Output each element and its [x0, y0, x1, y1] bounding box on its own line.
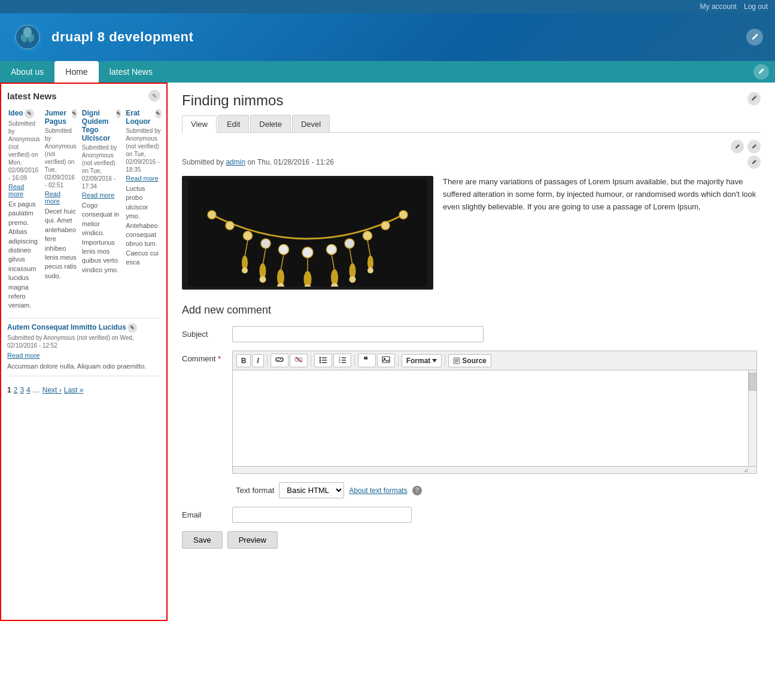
format-dropdown-button[interactable]: Format — [402, 354, 442, 367]
svg-point-33 — [349, 276, 356, 283]
nav-latest-news[interactable]: latest News — [99, 61, 163, 83]
read-more-4[interactable]: Read more — [126, 175, 158, 182]
news-body-2: Decet huic qui. Amet antehabeo fere inhi… — [45, 207, 77, 281]
sidebar: latest News ✎ Ideo ✎ Submitted by Anonym… — [0, 83, 168, 621]
news-edit-icon-4[interactable]: ✎ — [155, 109, 162, 118]
source-button[interactable]: Source — [448, 354, 491, 367]
news-body-3: Cogo consequat in melior vindico. Import… — [82, 201, 121, 275]
svg-point-12 — [345, 239, 354, 248]
second-news-title: Autem Consequat Immitto Lucidus — [7, 323, 126, 331]
page-4-link[interactable]: 4 — [26, 386, 31, 394]
meta-edit-icon-2[interactable] — [747, 140, 761, 153]
toolbar-sep-2 — [311, 355, 311, 367]
svg-point-21 — [260, 276, 266, 283]
news-meta-3: Submitted by Anonymous (not verified) on… — [82, 144, 121, 190]
save-button[interactable]: Save — [182, 531, 223, 549]
toolbar-sep-1 — [267, 355, 268, 367]
second-news-edit-icon[interactable]: ✎ — [127, 323, 137, 333]
chevron-down-icon — [432, 359, 437, 363]
editor-scrollbar-thumb[interactable] — [749, 373, 757, 391]
sidebar-pagination: 1 2 3 4 … Next › Last » — [7, 381, 160, 394]
news-meta-2: Submitted by Anonymous (not verified) on… — [45, 127, 77, 189]
email-group: Email — [182, 507, 761, 523]
article-meta: Submitted by admin on Thu, 01/28/2016 - … — [182, 156, 761, 169]
page-layout: latest News ✎ Ideo ✎ Submitted by Anonym… — [0, 83, 775, 621]
pencil-meta-icon-2 — [751, 144, 757, 150]
news-grid: Ideo ✎ Submitted by Anonymous (not verif… — [7, 108, 160, 312]
toolbar-sep-3 — [354, 355, 355, 367]
editor-scrollbar[interactable] — [748, 370, 756, 466]
svg-point-6 — [226, 221, 234, 230]
nav-edit-icon[interactable] — [753, 64, 769, 80]
article-body-edit-icon[interactable] — [747, 156, 761, 169]
news-title-4: Erat Loquor — [126, 109, 153, 126]
necklace-image-svg — [188, 179, 427, 287]
svg-point-14 — [381, 221, 390, 230]
news-body-4: Luctus probo ulciscor ymo. Antehabeo con… — [126, 184, 161, 267]
news-edit-icon-3[interactable]: ✎ — [116, 109, 121, 118]
read-more-2[interactable]: Read more — [45, 190, 60, 205]
ul-button[interactable] — [314, 354, 332, 367]
about-formats-link[interactable]: About text formats — [349, 486, 407, 495]
nav-about-us[interactable]: About us — [0, 61, 54, 83]
blockquote-icon: ❝ — [363, 356, 371, 363]
comment-editor-area[interactable] — [233, 370, 756, 466]
page-3-link[interactable]: 3 — [20, 386, 24, 394]
unlink-icon — [294, 356, 303, 363]
read-more-3[interactable]: Read more — [82, 191, 114, 199]
bold-button[interactable]: B — [236, 354, 251, 367]
news-title-3: Digni Quidem Tego Ulciscor — [82, 109, 115, 142]
subject-group: Subject — [182, 326, 761, 342]
tab-view[interactable]: View — [182, 115, 217, 133]
tab-devel[interactable]: Devel — [292, 115, 330, 132]
help-icon[interactable]: ? — [412, 486, 422, 495]
sidebar-header: latest News ✎ — [7, 90, 160, 102]
news-body-1: Ex pagus paulatim premo. Abbas adipiscin… — [8, 200, 40, 311]
link-button[interactable] — [271, 354, 288, 367]
pagination-last[interactable]: Last » — [64, 386, 84, 394]
log-out-link[interactable]: Log out — [744, 2, 768, 11]
comment-editor: B I — [232, 351, 757, 474]
preview-button[interactable]: Preview — [227, 531, 278, 549]
editor-toolbar: B I — [233, 351, 756, 370]
tab-delete[interactable]: Delete — [250, 115, 291, 132]
comment-label: Comment * — [182, 351, 230, 363]
svg-point-36 — [367, 267, 373, 273]
news-edit-icon-2[interactable]: ✎ — [72, 109, 77, 118]
svg-point-13 — [363, 232, 372, 241]
subject-input[interactable] — [232, 326, 484, 342]
ul-icon — [319, 356, 327, 363]
unlink-button[interactable] — [290, 354, 308, 367]
meta-edit-icon-1[interactable] — [731, 140, 744, 153]
resize-handle[interactable]: ⊿ — [743, 467, 748, 473]
blockquote-button[interactable]: ❝ — [358, 354, 376, 367]
svg-point-5 — [208, 211, 216, 219]
news-item-1: Ideo ✎ Submitted by Anonymous (not verif… — [7, 108, 41, 312]
ol-button[interactable]: 1. 2. 3. — [333, 354, 351, 367]
second-read-more[interactable]: Read more — [7, 352, 39, 359]
text-format-select[interactable]: Basic HTMLFull HTMLPlain text — [279, 482, 344, 498]
email-input[interactable] — [232, 507, 412, 523]
image-icon — [382, 356, 390, 363]
pagination-next[interactable]: Next › — [42, 386, 62, 394]
author-link[interactable]: admin — [226, 158, 245, 166]
news-edit-icon-1[interactable]: ✎ — [25, 109, 34, 118]
svg-point-9 — [279, 245, 289, 255]
second-news-item: Autem Consequat Immitto Lucidus ✎ Submit… — [7, 323, 160, 371]
tab-edit[interactable]: Edit — [218, 115, 249, 132]
action-buttons: Save Preview — [182, 531, 761, 549]
nav-home[interactable]: Home — [54, 61, 98, 83]
image-button[interactable] — [377, 354, 395, 367]
svg-text:❝: ❝ — [363, 356, 368, 363]
news-meta-4: Submitted by Anonymous (not verified) on… — [126, 127, 161, 174]
sidebar-edit-icon[interactable]: ✎ — [148, 90, 160, 102]
read-more-1[interactable]: Read more — [8, 183, 24, 197]
my-account-link[interactable]: My account — [700, 2, 737, 11]
header-edit-icon[interactable] — [746, 29, 763, 45]
svg-point-18 — [242, 267, 248, 273]
article-body: There are many variations of passages of… — [182, 176, 761, 290]
page-2-link[interactable]: 2 — [14, 386, 18, 394]
pencil-small-icon — [758, 68, 765, 75]
article-edit-icon[interactable] — [747, 92, 761, 105]
italic-button[interactable]: I — [252, 354, 263, 367]
